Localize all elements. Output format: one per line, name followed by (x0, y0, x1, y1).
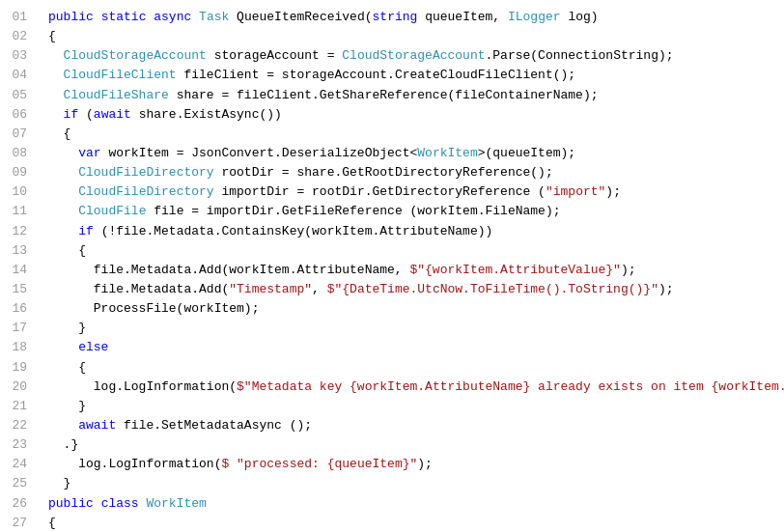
code-line: CloudFileDirectory importDir = rootDir.G… (48, 182, 784, 202)
code-editor: 0102030405060708091011121314151617181920… (0, 0, 784, 532)
line-number: 13 (0, 241, 37, 261)
code-line: log.LogInformation($"Metadata key {workI… (48, 378, 784, 397)
line-number: 16 (0, 299, 37, 319)
line-number: 01 (0, 8, 37, 27)
code-token: $"{DateTime.UtcNow.ToFileTime().ToString… (327, 282, 658, 296)
code-token: , (312, 282, 327, 296)
code-token: ( (78, 107, 94, 122)
code-token (48, 146, 78, 160)
code-line: } (48, 397, 784, 416)
line-number: 26 (0, 494, 37, 514)
code-token (48, 204, 78, 218)
line-number: 10 (0, 182, 37, 202)
code-token (48, 184, 78, 199)
code-token: public (48, 10, 94, 24)
code-token: QueueItemReceived( (229, 10, 372, 24)
code-token: { (48, 243, 86, 258)
code-token: file = importDir.GetFileReference (workI… (146, 204, 560, 218)
line-number: 08 (0, 144, 37, 163)
line-number: 12 (0, 222, 37, 241)
code-content: public static async Task QueueItemReceiv… (37, 0, 784, 532)
code-token: log) (561, 10, 599, 24)
code-line: file.Metadata.Add(workItem.AttributeName… (48, 261, 784, 280)
line-number: 05 (0, 86, 37, 105)
line-number: 20 (0, 378, 37, 397)
code-token: CloudFileDirectory (78, 165, 213, 180)
code-token: $"Metadata key {workItem.AttributeName} … (237, 379, 784, 394)
code-line: { (48, 241, 784, 261)
code-token: CloudStorageAccount (64, 48, 207, 63)
code-line: if (await share.ExistAsync()) (48, 105, 784, 125)
code-token (48, 88, 64, 102)
code-line: ProcessFile(workItem); (48, 299, 784, 319)
code-token: share.ExistAsync()) (131, 107, 282, 122)
code-token (48, 418, 78, 433)
code-line: { (48, 27, 784, 46)
code-token: storageAccount = (207, 48, 342, 63)
code-token: "processed: {queueItem}" (237, 457, 417, 471)
code-token: (!file.Metadata.ContainsKey(workItem.Att… (94, 224, 492, 238)
line-number: 18 (0, 338, 37, 357)
code-token: share = fileClient.GetShareReference(fil… (169, 88, 599, 102)
code-token: ); (417, 457, 433, 471)
code-token: $"{workItem.AttributeValue}" (409, 263, 620, 277)
code-token: rootDir = share.GetRootDirectoryReferenc… (214, 165, 553, 180)
code-token: ); (658, 282, 674, 296)
code-line: .} (48, 435, 784, 455)
code-line: CloudFileShare share = fileClient.GetSha… (48, 86, 784, 105)
code-line: var workItem = JsonConvert.DeserializeOb… (48, 144, 784, 163)
code-token (48, 48, 64, 63)
code-line: public class WorkItem (48, 494, 784, 514)
code-token: else (78, 340, 108, 354)
code-token: CloudFileShare (64, 88, 169, 102)
code-token (48, 107, 64, 122)
code-token: ProcessFile(workItem); (48, 301, 259, 316)
code-token: class (101, 496, 139, 511)
line-number: 27 (0, 514, 37, 532)
line-number: 21 (0, 397, 37, 416)
code-token: CloudStorageAccount (342, 48, 485, 63)
code-token: ); (605, 184, 621, 199)
line-number: 09 (0, 163, 37, 182)
line-number: 03 (0, 46, 37, 66)
code-token: WorkItem (146, 496, 206, 511)
code-token: CloudFileClient (64, 68, 177, 82)
code-line: CloudFileClient fileClient = storageAcco… (48, 66, 784, 85)
code-token: file.Metadata.Add(workItem.AttributeName… (48, 263, 409, 277)
code-line: CloudFileDirectory rootDir = share.GetRo… (48, 163, 784, 182)
code-token: await (78, 418, 116, 433)
code-token (191, 10, 199, 24)
code-token: if (64, 107, 79, 122)
line-number: 07 (0, 125, 37, 144)
line-number: 06 (0, 105, 37, 125)
code-token: file.Metadata.Add( (48, 282, 229, 296)
code-token: "Timestamp" (229, 282, 312, 296)
line-number-gutter: 0102030405060708091011121314151617181920… (0, 0, 37, 532)
code-token (48, 340, 78, 354)
code-token: ILogger (508, 10, 561, 24)
code-token: log.LogInformation( (48, 379, 237, 394)
line-number: 04 (0, 66, 37, 85)
code-token: "import" (546, 184, 605, 199)
code-token: .} (48, 437, 78, 452)
code-token: { (48, 516, 56, 530)
code-line: log.LogInformation($ "processed: {queueI… (48, 455, 784, 474)
line-number: 02 (0, 27, 37, 46)
code-token: static (101, 10, 147, 24)
code-token: { (48, 360, 86, 375)
code-token (229, 457, 237, 471)
code-token: importDir = rootDir.GetDirectoryReferenc… (214, 184, 546, 199)
line-number: 23 (0, 435, 37, 455)
code-token: string (373, 10, 418, 24)
code-line: CloudStorageAccount storageAccount = Clo… (48, 46, 784, 66)
code-token: CloudFile (78, 204, 146, 218)
code-token (48, 68, 64, 82)
line-number: 14 (0, 261, 37, 280)
code-token: >(queueItem); (478, 146, 575, 160)
code-line: await file.SetMetadataAsync (); (48, 416, 784, 435)
code-token: queueItem, (417, 10, 508, 24)
code-token: } (48, 399, 86, 413)
code-token: CloudFileDirectory (78, 184, 213, 199)
code-token: .Parse(ConnectionString); (486, 48, 674, 63)
code-token (94, 496, 101, 511)
